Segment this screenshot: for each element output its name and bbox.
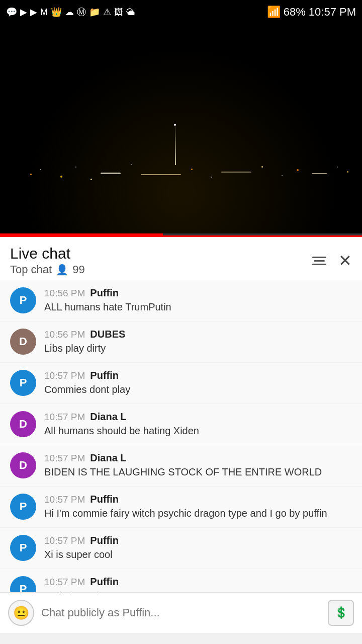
send-icon: 💲	[334, 606, 348, 619]
chat-message-7: P 10:57 PM Puffin Xi is super cool	[0, 528, 362, 569]
message-time-5: 10:57 PM	[44, 453, 85, 464]
folder-icon: 📁	[89, 7, 100, 18]
message-content-6: 10:57 PM Puffin Hi I'm commie fairy witc…	[44, 494, 352, 520]
chat-header: Live chat Top chat 👤 99 ✕	[0, 237, 362, 280]
chat-message-8: P 10:57 PM Puffin Putin is trash	[0, 569, 362, 592]
message-time-4: 10:57 PM	[44, 412, 85, 423]
message-username-6: Puffin	[90, 494, 119, 505]
message-text-5: BIDEN IS THE LAUGHING STOCK OF THE ENTIR…	[44, 465, 352, 479]
chat-panel: Live chat Top chat 👤 99 ✕ P 10:56 PM Puf…	[0, 235, 362, 633]
message-meta-8: 10:57 PM Puffin	[44, 576, 352, 588]
alert-icon: ⚠	[103, 7, 111, 18]
video-progress-fill	[0, 233, 163, 235]
message-content-7: 10:57 PM Puffin Xi is super cool	[44, 535, 352, 561]
message-time-7: 10:57 PM	[44, 535, 85, 546]
avatar-dianaL-5: D	[10, 452, 36, 478]
viewer-count: 99	[72, 263, 84, 276]
message-time-2: 10:56 PM	[44, 329, 85, 340]
message-meta-4: 10:57 PM Diana L	[44, 411, 352, 423]
emoji-button[interactable]: 😐	[8, 600, 34, 626]
status-right: 📶 68% 10:57 PM	[267, 6, 356, 19]
chat-subtitle: Top chat 👤 99	[10, 263, 85, 276]
status-bar: 💬 ▶ ▶ M 👑 ☁ Ⓜ 📁 ⚠ 🖼 🌥 📶 68% 10:57 PM	[0, 0, 362, 24]
filter-button[interactable]	[312, 257, 326, 265]
video-player[interactable]	[0, 24, 362, 235]
message-meta-5: 10:57 PM Diana L	[44, 452, 352, 464]
avatar-puffin-1: P	[10, 287, 36, 313]
message-text-2: Libs play dirty	[44, 341, 352, 355]
video-progress-bar[interactable]	[0, 233, 362, 235]
video-background	[0, 24, 362, 235]
message-content-5: 10:57 PM Diana L BIDEN IS THE LAUGHING S…	[44, 452, 352, 479]
chat-message-4: D 10:57 PM Diana L All humans should be …	[0, 404, 362, 445]
message-meta-2: 10:56 PM DUBES	[44, 329, 352, 340]
status-left: 💬 ▶ ▶ M 👑 ☁ Ⓜ 📁 ⚠ 🖼 🌥	[6, 6, 135, 18]
message-content-8: 10:57 PM Puffin Putin is trash	[44, 576, 352, 592]
avatar-dubes: D	[10, 329, 36, 355]
time-text: 10:57 PM	[309, 6, 356, 19]
chat-message-3: P 10:57 PM Puffin Commies dont play	[0, 363, 362, 404]
chat-text-input[interactable]	[41, 600, 321, 626]
message-username-8: Puffin	[90, 576, 119, 588]
chat-message-2: D 10:56 PM DUBES Libs play dirty	[0, 321, 362, 363]
message-content-1: 10:56 PM Puffin ALL humans hate TrumPuti…	[44, 287, 352, 314]
message-content-4: 10:57 PM Diana L All humans should be ha…	[44, 411, 352, 438]
avatar-puffin-8: P	[10, 576, 36, 592]
avatar-dianaL-4: D	[10, 411, 36, 437]
chat-message-5: D 10:57 PM Diana L BIDEN IS THE LAUGHING…	[0, 445, 362, 487]
message-time-8: 10:57 PM	[44, 577, 85, 588]
send-button[interactable]: 💲	[328, 600, 354, 626]
battery-text: 68%	[284, 6, 306, 19]
chat-input-area: 😐 💲	[0, 592, 362, 633]
message-time-3: 10:57 PM	[44, 370, 85, 381]
message-text-8: Putin is trash	[44, 589, 352, 592]
m-icon: Ⓜ	[77, 6, 86, 18]
message-text-4: All humans should be hating Xiden	[44, 424, 352, 438]
chat-title: Live chat	[10, 245, 85, 262]
message-time-6: 10:57 PM	[44, 494, 85, 505]
message-meta-3: 10:57 PM Puffin	[44, 370, 352, 381]
message-username-4: Diana L	[90, 411, 126, 423]
message-username-3: Puffin	[90, 370, 119, 381]
message-time-1: 10:56 PM	[44, 288, 85, 299]
avatar-puffin-3: P	[10, 370, 36, 396]
youtube-icon: ▶	[20, 7, 27, 18]
message-meta-7: 10:57 PM Puffin	[44, 535, 352, 546]
message-content-2: 10:56 PM DUBES Libs play dirty	[44, 329, 352, 355]
chat-message-6: P 10:57 PM Puffin Hi I'm commie fairy wi…	[0, 487, 362, 528]
viewer-icon: 👤	[56, 264, 68, 276]
chat-header-left: Live chat Top chat 👤 99	[10, 245, 85, 276]
message-text-6: Hi I'm commie fairy witch psychic dragon…	[44, 506, 352, 520]
top-chat-label[interactable]: Top chat	[10, 263, 52, 276]
message-username-5: Diana L	[90, 452, 126, 464]
cloud-icon: ☁	[65, 7, 74, 18]
message-text-3: Commies dont play	[44, 382, 352, 396]
message-text-7: Xi is super cool	[44, 547, 352, 561]
chat-message-1: P 10:56 PM Puffin ALL humans hate TrumPu…	[0, 280, 362, 321]
chat-messages: P 10:56 PM Puffin ALL humans hate TrumPu…	[0, 280, 362, 592]
message-username-1: Puffin	[90, 287, 119, 299]
image-icon: 🖼	[114, 7, 123, 18]
mastodon-icon: M	[40, 7, 48, 18]
close-button[interactable]: ✕	[338, 251, 352, 270]
avatar-puffin-7: P	[10, 535, 36, 561]
cloud2-icon: 🌥	[126, 7, 135, 18]
message-meta-6: 10:57 PM Puffin	[44, 494, 352, 505]
notification-icon: 💬	[6, 7, 17, 18]
city-lights	[0, 135, 362, 195]
message-username-2: DUBES	[90, 329, 125, 340]
message-username-7: Puffin	[90, 535, 119, 546]
emoji-icon: 😐	[13, 605, 29, 621]
avatar-puffin-6: P	[10, 494, 36, 520]
crown-icon: 👑	[51, 7, 62, 18]
youtube-icon2: ▶	[30, 7, 37, 18]
message-meta-1: 10:56 PM Puffin	[44, 287, 352, 299]
wifi-icon: 📶	[267, 6, 281, 19]
message-content-3: 10:57 PM Puffin Commies dont play	[44, 370, 352, 396]
message-text-1: ALL humans hate TrumPutin	[44, 300, 352, 314]
chat-header-right: ✕	[312, 251, 352, 270]
